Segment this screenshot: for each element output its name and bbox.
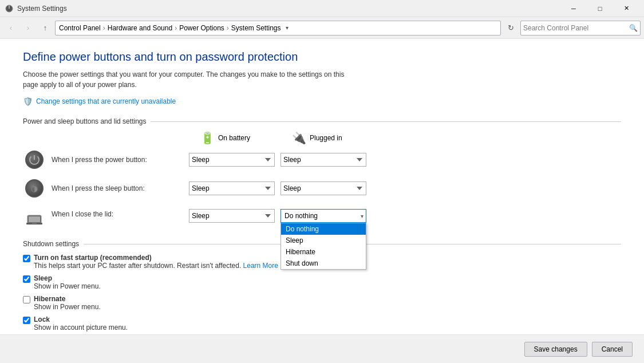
page-description: Choose the power settings that you want … xyxy=(23,69,355,90)
lock-checkbox-label[interactable]: Lock xyxy=(34,315,128,323)
up-button[interactable]: ↑ xyxy=(38,21,53,35)
breadcrumb-bar: Control Panel › Hardware and Sound › Pow… xyxy=(55,21,501,35)
col-battery-header: 🔋 On battery xyxy=(200,131,292,145)
app-icon xyxy=(5,4,14,13)
hibernate-checkbox-label[interactable]: Hibernate xyxy=(34,295,101,303)
cancel-button[interactable]: Cancel xyxy=(592,342,633,357)
sleep-button-label: When I press the sleep button: xyxy=(52,184,189,192)
save-changes-button[interactable]: Save changes xyxy=(524,342,587,357)
breadcrumb-control-panel[interactable]: Control Panel xyxy=(59,24,101,32)
change-settings-link[interactable]: Change settings that are currently unava… xyxy=(36,97,176,105)
breadcrumb-power-options[interactable]: Power Options xyxy=(179,24,224,32)
dropdown-option-sleep[interactable]: Sleep xyxy=(281,235,366,246)
lock-checkbox-sublabel: Show in account picture menu. xyxy=(34,323,128,332)
column-headers: 🔋 On battery 🔌 Plugged in xyxy=(200,131,621,145)
footer: Save changes Cancel xyxy=(0,334,644,363)
lid-laptop-icon xyxy=(25,210,44,228)
hibernate-checkbox-row: Hibernate Show in Power menu. xyxy=(23,295,621,311)
fast-startup-sublabel: This helps start your PC faster after sh… xyxy=(34,262,278,270)
lid-plugged-selected: Do nothing xyxy=(285,212,318,220)
page-title: Define power buttons and turn on passwor… xyxy=(23,50,621,64)
refresh-button[interactable]: ↻ xyxy=(503,21,518,35)
lid-row: When I close the lid: Sleep Do nothing H… xyxy=(23,206,621,231)
lid-label: When I close the lid: xyxy=(52,208,189,218)
section-power-header: Power and sleep buttons and lid settings xyxy=(23,117,621,125)
addressbar: ‹ › ↑ Control Panel › Hardware and Sound… xyxy=(0,17,644,39)
lid-plugged-dropdown-container: Do nothing Do nothing Sleep Hibernate Sh… xyxy=(280,209,366,223)
svg-point-2 xyxy=(9,6,10,7)
dropdown-option-shut-down[interactable]: Shut down xyxy=(281,258,366,269)
plug-icon: 🔌 xyxy=(292,131,306,145)
sleep-button-row: ◑ When I press the sleep button: Sleep D… xyxy=(23,177,621,200)
sleep-circle-icon: ◑ xyxy=(25,179,44,198)
content-area: Define power buttons and turn on passwor… xyxy=(0,39,644,334)
lock-checkbox[interactable] xyxy=(23,317,30,324)
power-battery-dropdown[interactable]: Sleep Do nothing Hibernate Shut down xyxy=(189,153,275,167)
titlebar: System Settings ─ □ ✕ xyxy=(0,0,644,17)
main-content: Define power buttons and turn on passwor… xyxy=(0,39,644,363)
search-icon: 🔍 xyxy=(629,24,638,32)
window-title: System Settings xyxy=(17,5,560,13)
lid-icon-wrap xyxy=(23,208,46,231)
search-input[interactable] xyxy=(523,24,629,32)
power-icon-wrap xyxy=(23,148,46,171)
sleep-checkbox[interactable] xyxy=(23,275,30,283)
breadcrumb-system-settings[interactable]: System Settings xyxy=(231,24,281,32)
fast-startup-label[interactable]: Turn on fast startup (recommended) xyxy=(34,254,278,262)
back-button[interactable]: ‹ xyxy=(3,21,18,35)
sleep-checkbox-label[interactable]: Sleep xyxy=(34,274,101,282)
lock-checkbox-row: Lock Show in account picture menu. xyxy=(23,315,621,332)
lid-plugged-dropdown-button[interactable]: Do nothing xyxy=(280,209,366,223)
sleep-checkbox-sublabel: Show in Power menu. xyxy=(34,282,101,290)
window-controls: ─ □ ✕ xyxy=(560,0,639,17)
minimize-button[interactable]: ─ xyxy=(560,0,587,17)
power-button-row: When I press the power button: Sleep Do … xyxy=(23,148,621,171)
maximize-button[interactable]: □ xyxy=(587,0,613,17)
power-circle-icon xyxy=(25,151,44,169)
power-button-label: When I press the power button: xyxy=(52,156,189,164)
breadcrumb-dropdown-button[interactable]: ▾ xyxy=(282,21,293,35)
sleep-icon-wrap: ◑ xyxy=(23,177,46,200)
change-link-row: 🛡️ Change settings that are currently un… xyxy=(23,97,621,106)
battery-icon: 🔋 xyxy=(200,131,215,145)
sleep-checkbox-row: Sleep Show in Power menu. xyxy=(23,274,621,290)
shield-icon: 🛡️ xyxy=(23,97,33,106)
power-button-dropdowns: Sleep Do nothing Hibernate Shut down Sle… xyxy=(189,153,366,167)
sleep-button-dropdowns: Sleep Do nothing Hibernate Shut down Sle… xyxy=(189,182,366,195)
hibernate-checkbox[interactable] xyxy=(23,296,30,303)
fast-startup-checkbox[interactable] xyxy=(23,255,30,262)
search-box: 🔍 xyxy=(520,21,641,35)
hibernate-checkbox-sublabel: Show in Power menu. xyxy=(34,303,101,311)
lid-plugged-dropdown-list: Do nothing Sleep Hibernate Shut down xyxy=(280,223,366,270)
breadcrumb-hardware-sound[interactable]: Hardware and Sound xyxy=(108,24,172,32)
close-button[interactable]: ✕ xyxy=(613,0,639,17)
sleep-battery-dropdown[interactable]: Sleep Do nothing Hibernate Shut down xyxy=(189,182,275,195)
svg-rect-4 xyxy=(29,216,40,222)
lid-battery-dropdown[interactable]: Sleep Do nothing Hibernate Shut down xyxy=(189,209,275,223)
power-plugged-dropdown[interactable]: Sleep Do nothing Hibernate Shut down xyxy=(280,153,366,167)
col-plugged-header: 🔌 Plugged in xyxy=(292,131,384,145)
dropdown-option-do-nothing[interactable]: Do nothing xyxy=(281,223,366,235)
dropdown-option-hibernate[interactable]: Hibernate xyxy=(281,246,366,258)
lid-dropdowns: Sleep Do nothing Hibernate Shut down Do … xyxy=(189,208,366,223)
learn-more-link[interactable]: Learn More xyxy=(243,262,278,270)
forward-button[interactable]: › xyxy=(21,21,35,35)
sleep-plugged-dropdown[interactable]: Sleep Do nothing Hibernate Shut down xyxy=(280,182,366,195)
